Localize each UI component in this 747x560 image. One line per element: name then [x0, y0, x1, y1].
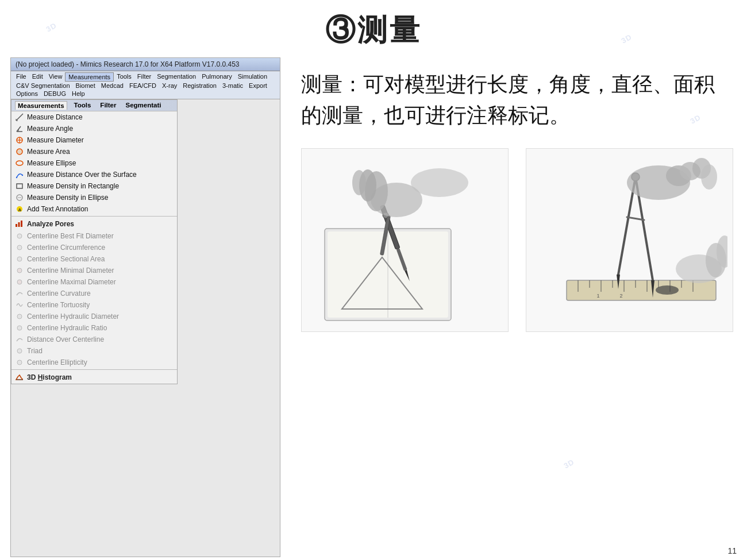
svg-rect-18 — [18, 222, 20, 227]
menu-pulmonary[interactable]: Pulmonary — [199, 72, 235, 82]
add-text-annotation-label: Add Text Annotation — [27, 205, 88, 213]
menu-item-distance-over-centerline[interactable]: Distance Over Centerline — [11, 334, 177, 345]
svg-marker-29 — [16, 375, 23, 380]
triad-label: Triad — [27, 347, 43, 355]
menu-item-measure-area[interactable]: Measure Area — [11, 146, 177, 157]
centerline-sectional-label: Centerline Sectional Area — [27, 255, 105, 263]
menu-item-centerline-curvature[interactable]: Centerline Curvature — [11, 288, 177, 299]
menu-tools[interactable]: Tools — [114, 72, 134, 82]
menu-cv-segmentation[interactable]: C&V Segmentation — [13, 82, 73, 90]
measure-ellipse-label: Measure Ellipse — [27, 159, 76, 167]
svg-line-0 — [16, 114, 23, 121]
panel-header: Measurements Tools Filter Segmentati — [11, 100, 177, 111]
menu-item-measure-diameter[interactable]: Measure Diameter — [11, 134, 177, 146]
svg-point-27 — [17, 349, 22, 353]
menu-options[interactable]: Options — [13, 90, 41, 98]
analyze-pores-label: Analyze Pores — [27, 220, 74, 228]
menu-item-measure-dist-surface[interactable]: Measure Distance Over the Surface — [11, 169, 177, 180]
menu-help[interactable]: Help — [69, 90, 88, 98]
svg-point-10 — [16, 177, 17, 178]
menu-file[interactable]: File — [13, 72, 29, 82]
svg-point-43 — [352, 170, 366, 195]
circle-area-icon — [15, 147, 24, 156]
menu-item-measure-distance[interactable]: Measure Distance — [11, 111, 177, 123]
tab-measurements[interactable]: Measurements — [15, 101, 67, 110]
chart-icon — [15, 219, 24, 229]
menu-item-measure-angle[interactable]: Measure Angle — [11, 123, 177, 134]
centerline-bestfit-icon — [15, 231, 24, 241]
svg-point-20 — [17, 234, 22, 238]
centerline-hydraulic-ratio-icon — [15, 323, 24, 333]
measure-distance-label: Measure Distance — [27, 113, 83, 121]
centerline-hydraulic-diameter-label: Centerline Hydraulic Diameter — [27, 312, 119, 320]
svg-text:A: A — [18, 207, 22, 213]
svg-text:2: 2 — [619, 293, 622, 299]
centerline-minimal-icon — [15, 266, 24, 275]
title-area: ③测量 — [0, 0, 747, 57]
measure-density-ellipse-label: Measure Density in Ellipse — [27, 194, 108, 202]
menu-item-centerline-hydraulic-diameter[interactable]: Centerline Hydraulic Diameter — [11, 311, 177, 322]
triad-icon — [15, 346, 24, 356]
menu-item-centerline-tortuosity[interactable]: Centerline Tortuosity — [11, 299, 177, 311]
page-number: 11 — [727, 546, 737, 555]
tab-tools[interactable]: Tools — [72, 101, 94, 110]
svg-point-9 — [16, 161, 23, 165]
menu-item-measure-ellipse[interactable]: Measure Ellipse — [11, 157, 177, 169]
svg-rect-17 — [16, 224, 17, 227]
svg-point-70 — [701, 164, 717, 190]
menu-export[interactable]: Export — [246, 82, 270, 90]
menu-view[interactable]: View — [46, 72, 66, 82]
page-title: ③测量 — [0, 10, 747, 51]
histogram-header[interactable]: 3D Histogram — [11, 371, 177, 384]
menu-item-centerline-sectional[interactable]: Centerline Sectional Area — [11, 253, 177, 265]
menu-biomet[interactable]: Biomet — [73, 82, 98, 90]
menu-item-triad[interactable]: Triad — [11, 345, 177, 357]
centerline-tortuosity-label: Centerline Tortuosity — [27, 301, 90, 309]
menu-item-centerline-circumference[interactable]: Centerline Circumference — [11, 242, 177, 253]
software-menubar[interactable]: File Edit View Measurements Tools Filter… — [11, 71, 280, 99]
titlebar-text: (No project loaded) - Mimics Research 17… — [16, 60, 240, 68]
menu-segmentation[interactable]: Segmentation — [154, 72, 199, 82]
svg-point-8 — [17, 149, 22, 155]
menu-simulation[interactable]: Simulation — [235, 72, 270, 82]
menu-3matic[interactable]: 3-matic — [220, 82, 246, 90]
svg-point-26 — [17, 326, 22, 330]
tab-filter[interactable]: Filter — [98, 101, 118, 110]
centerline-bestfit-label: Centerline Best Fit Diameter — [27, 232, 114, 240]
illustration-ruler-measuring: 1 2 — [526, 148, 733, 332]
menu-xray[interactable]: X-ray — [159, 82, 180, 90]
menu-item-measure-density-rect[interactable]: Measure Density in Rectangle — [11, 180, 177, 192]
histogram-label: 3D Histogram — [27, 373, 72, 381]
centerline-sectional-icon — [15, 254, 24, 264]
analyze-pores-header[interactable]: Analyze Pores — [11, 218, 177, 230]
menu-registration[interactable]: Registration — [180, 82, 220, 90]
measure-dist-surface-label: Measure Distance Over the Surface — [27, 171, 137, 179]
svg-rect-19 — [21, 221, 22, 227]
svg-point-23 — [17, 268, 22, 273]
svg-rect-45 — [567, 280, 716, 300]
ruler-svg: 1 2 — [532, 154, 727, 326]
menu-item-add-text-annotation[interactable]: A Add Text Annotation — [11, 203, 177, 215]
menu-feacfd[interactable]: FEA/CFD — [126, 82, 159, 90]
menu-item-centerline-minimal[interactable]: Centerline Minimal Diameter — [11, 265, 177, 276]
menu-edit[interactable]: Edit — [29, 72, 46, 82]
menu-item-centerline-hydraulic-ratio[interactable]: Centerline Hydraulic Ratio — [11, 322, 177, 334]
separator-2 — [11, 369, 177, 370]
menu-item-centerline-bestfit[interactable]: Centerline Best Fit Diameter — [11, 230, 177, 242]
circle-cross-icon — [15, 136, 24, 145]
menu-measurements[interactable]: Measurements — [65, 72, 114, 82]
centerline-hydraulic-ratio-label: Centerline Hydraulic Ratio — [27, 324, 107, 332]
menu-item-centerline-maximal[interactable]: Centerline Maximal Diameter — [11, 276, 177, 288]
measure-density-rect-label: Measure Density in Rectangle — [27, 182, 119, 190]
centerline-maximal-label: Centerline Maximal Diameter — [27, 278, 116, 286]
menu-filter[interactable]: Filter — [134, 72, 154, 82]
menu-debug[interactable]: DEBUG — [41, 90, 69, 98]
measure-angle-label: Measure Angle — [27, 125, 73, 133]
svg-point-24 — [17, 280, 22, 284]
menu-medcad[interactable]: Medcad — [98, 82, 126, 90]
tab-segmentation[interactable]: Segmentati — [123, 101, 163, 110]
histogram-icon — [15, 373, 24, 382]
menu-item-centerline-ellipticity[interactable]: Centerline Ellipticity — [11, 357, 177, 368]
menu-item-measure-density-ellipse[interactable]: Measure Density in Ellipse — [11, 192, 177, 203]
svg-text:1: 1 — [596, 293, 599, 299]
